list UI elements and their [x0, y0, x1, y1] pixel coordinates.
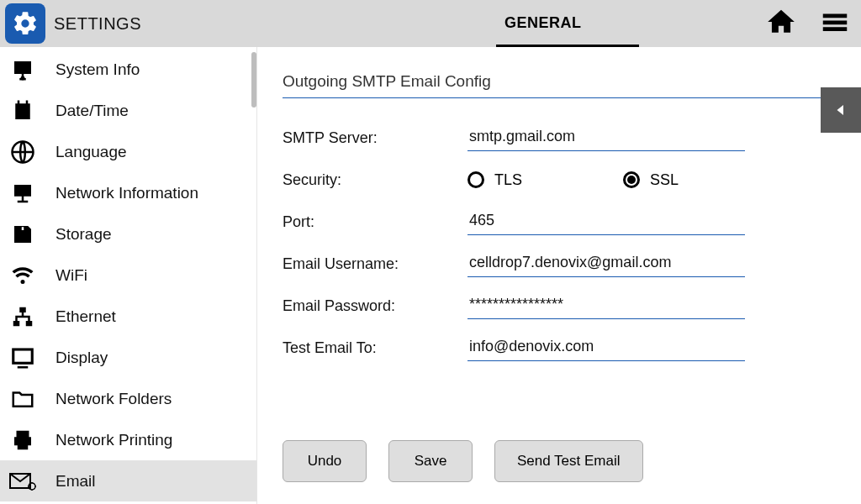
sidebar-item-label: Date/Time — [55, 102, 129, 120]
svg-rect-2 — [22, 227, 24, 230]
app-header: SETTINGS GENERAL — [0, 0, 861, 47]
scrollbar-thumb[interactable] — [251, 52, 256, 108]
label-port: Port: — [283, 213, 467, 231]
sidebar-item-label: Network Printing — [55, 431, 172, 449]
sidebar-item-network-printing[interactable]: Network Printing — [0, 419, 256, 460]
port-input[interactable] — [467, 208, 745, 235]
sidebar-item-label: Display — [55, 349, 108, 367]
sidebar-item-email[interactable]: Email — [0, 460, 256, 501]
folder-icon — [8, 385, 37, 413]
label-email-password: Email Password: — [283, 297, 467, 315]
email-password-input[interactable] — [467, 292, 745, 319]
radio-ssl-label: SSL — [650, 171, 679, 189]
header-title: SETTINGS — [54, 14, 141, 34]
sidebar-item-system-info[interactable]: System Info — [0, 49, 256, 90]
sidebar-item-label: Network Information — [55, 184, 198, 202]
sidebar-item-label: System Info — [55, 60, 140, 79]
sidebar-item-date-time[interactable]: Date/Time — [0, 90, 256, 131]
ethernet-icon — [8, 302, 37, 331]
radio-tls[interactable]: TLS — [467, 171, 522, 189]
printer-icon — [8, 426, 37, 454]
smtp-server-input[interactable] — [467, 124, 745, 151]
email-config-panel: Outgoing SMTP Email Config SMTP Server: … — [257, 47, 861, 504]
title-underline — [283, 97, 836, 98]
label-test-email-to: Test Email To: — [283, 339, 467, 357]
settings-gear-icon — [5, 3, 45, 44]
sidebar-item-label: Language — [55, 143, 127, 161]
svg-rect-4 — [13, 321, 20, 326]
display-icon — [8, 344, 37, 372]
svg-rect-7 — [18, 366, 29, 369]
sidebar-item-language[interactable]: Language — [0, 131, 256, 172]
label-security: Security: — [283, 171, 467, 189]
settings-sidebar: System Info Date/Time Language Network I… — [0, 47, 257, 504]
menu-button[interactable] — [819, 6, 851, 41]
test-email-to-input[interactable] — [467, 334, 745, 361]
save-icon — [8, 220, 37, 249]
sidebar-item-label: Storage — [55, 225, 112, 244]
radio-tls-label: TLS — [494, 171, 522, 189]
monitor-info-icon — [8, 55, 37, 84]
sidebar-item-label: Ethernet — [55, 307, 116, 326]
radio-ssl[interactable]: SSL — [623, 171, 679, 189]
email-settings-icon — [8, 467, 37, 496]
email-username-input[interactable] — [467, 250, 745, 277]
wifi-icon — [8, 261, 37, 290]
save-button[interactable]: Save — [388, 440, 473, 482]
label-email-username: Email Username: — [283, 255, 467, 273]
send-test-email-button[interactable]: Send Test Email — [494, 440, 643, 482]
sidebar-item-storage[interactable]: Storage — [0, 213, 256, 255]
sidebar-item-display[interactable]: Display — [0, 337, 256, 378]
radio-icon — [623, 171, 640, 188]
radio-icon — [467, 171, 484, 188]
sidebar-item-label: Email — [55, 472, 96, 491]
svg-rect-6 — [13, 349, 33, 363]
calendar-icon — [8, 97, 37, 125]
network-monitor-icon — [8, 179, 37, 207]
undo-button[interactable]: Undo — [283, 440, 367, 482]
svg-point-0 — [21, 76, 25, 80]
globe-icon — [8, 138, 37, 166]
home-button[interactable] — [765, 6, 797, 41]
label-smtp-server: SMTP Server: — [283, 129, 467, 147]
svg-rect-3 — [19, 307, 26, 312]
sidebar-item-network-folders[interactable]: Network Folders — [0, 378, 256, 419]
sidebar-item-label: WiFi — [55, 266, 87, 285]
sidebar-item-label: Network Folders — [55, 390, 172, 408]
sidebar-item-ethernet[interactable]: Ethernet — [0, 296, 256, 337]
panel-title: Outgoing SMTP Email Config — [283, 72, 836, 91]
tab-general[interactable]: GENERAL — [504, 14, 582, 34]
svg-rect-5 — [26, 321, 33, 326]
collapse-panel-button[interactable] — [821, 87, 861, 133]
sidebar-item-wifi[interactable]: WiFi — [0, 255, 256, 296]
sidebar-item-network-information[interactable]: Network Information — [0, 172, 256, 213]
